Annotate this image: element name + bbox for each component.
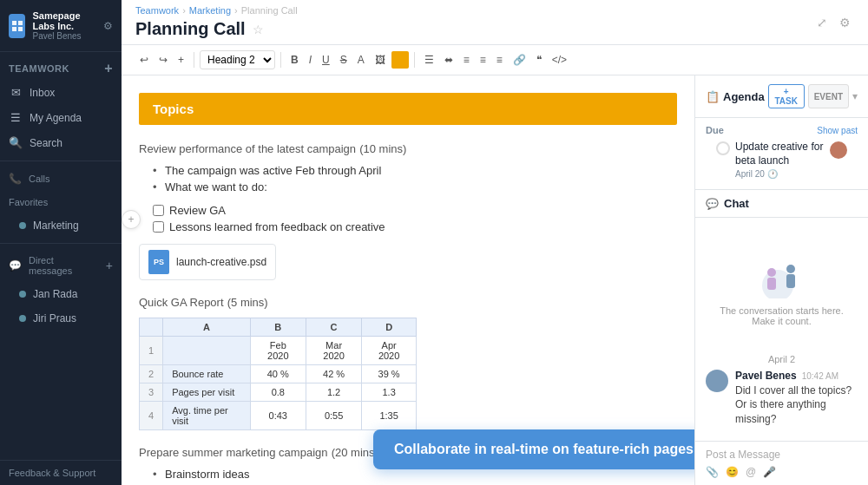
table-row-header-d: Apr 2020: [362, 337, 417, 365]
star-icon[interactable]: ☆: [253, 23, 264, 36]
bold-btn[interactable]: B: [286, 51, 303, 69]
inbox-label: Inbox: [30, 87, 55, 99]
inbox-icon: ✉: [9, 86, 23, 99]
calls-section[interactable]: 📞 Calls: [0, 167, 122, 191]
agenda-item-content: Update creative for beta launch April 20…: [735, 141, 825, 179]
direct-messages-section[interactable]: 💬 Direct messages +: [0, 249, 122, 282]
chat-date-sep: April 2: [706, 354, 858, 364]
section3-title-text: Prepare summer marketing campaign: [139, 446, 327, 459]
filter-icon[interactable]: ▾: [852, 90, 858, 102]
feedback-btn[interactable]: Feedback & Support: [0, 460, 122, 485]
chat-message-content: Pavel Benes 10:42 AM Did I cover all the…: [735, 370, 858, 427]
editor-toolbar: ↩ ↪ + Heading 2 Heading 1 Paragraph B I …: [122, 45, 868, 75]
table-row-header-num: 1: [140, 337, 163, 365]
attach-btn[interactable]: 📎: [706, 466, 719, 478]
add-block-btn[interactable]: +: [174, 51, 188, 69]
svg-rect-6: [767, 278, 776, 290]
heading-select[interactable]: Heading 2 Heading 1 Paragraph: [200, 50, 275, 69]
task-tab[interactable]: + TASK: [768, 84, 805, 108]
color-btn[interactable]: [391, 51, 409, 69]
list-btn[interactable]: ☰: [420, 51, 438, 69]
summer-bullet-1: Brainstorm ideas: [153, 468, 677, 481]
table-cell-row3-b: 0.8: [250, 383, 306, 402]
agenda-tabs: + TASK EVENT: [768, 84, 849, 108]
table-col-num: [140, 318, 163, 337]
mic-btn[interactable]: 🎤: [763, 466, 776, 478]
table-cell-row3-label: Pages per visit: [163, 383, 251, 402]
myagenda-label: My Agenda: [30, 112, 82, 124]
chat-input-placeholder[interactable]: Post a Message: [706, 449, 858, 461]
breadcrumb-row: Teamwork › Marketing › Planning Call: [135, 5, 813, 16]
quote-btn[interactable]: ❝: [532, 51, 546, 69]
agenda-icon: ☰: [9, 111, 23, 124]
table-row-header-b: Feb 2020: [250, 337, 306, 365]
gear-icon[interactable]: ⚙: [103, 20, 113, 32]
align-right-btn[interactable]: ≡: [492, 51, 507, 69]
sidebar-item-inbox[interactable]: ✉ Inbox: [0, 80, 122, 105]
section1-title-text: Review performance of the latest campaig…: [139, 142, 356, 155]
align-left-btn[interactable]: ≡: [459, 51, 474, 69]
indent-btn[interactable]: ⬌: [440, 51, 457, 69]
show-past-btn[interactable]: Show past: [817, 126, 858, 135]
add-section-btn[interactable]: +: [122, 210, 141, 229]
code-btn[interactable]: </>: [548, 51, 571, 69]
agenda-item-checkbox[interactable]: [716, 141, 730, 155]
svg-point-5: [767, 268, 776, 277]
divider1: [0, 161, 122, 161]
table-row: 3 Pages per visit 0.8 1.2 1.3: [140, 383, 417, 402]
strikethrough-btn[interactable]: S: [336, 51, 352, 69]
sidebar: Samepage Labs Inc. Pavel Benes ⚙ Teamwor…: [0, 0, 122, 485]
marketing-label: Marketing: [33, 220, 79, 232]
chat-header: 💬 Chat: [695, 189, 868, 218]
chat-empty-line1: The conversation starts here.: [720, 305, 843, 316]
sidebar-item-myagenda[interactable]: ☰ My Agenda: [0, 105, 122, 130]
sidebar-item-marketing[interactable]: Marketing: [0, 213, 122, 238]
chat-icon: 💬: [706, 198, 719, 210]
italic-btn[interactable]: I: [305, 51, 316, 69]
table-row-header-c: Mar 2020: [306, 337, 361, 365]
table-col-a: A: [163, 318, 251, 337]
dm-add-btn[interactable]: +: [106, 259, 113, 272]
emoji-btn[interactable]: 😊: [726, 466, 739, 478]
image-btn[interactable]: 🖼: [371, 51, 390, 69]
agenda-date-text: April 20: [735, 169, 765, 179]
table-cell-row2-b: 40 %: [250, 365, 306, 383]
expand-btn[interactable]: ⤢: [813, 12, 831, 33]
bullet-item2: What we want to do:: [153, 180, 677, 193]
teamwork-section: Teamwork +: [0, 52, 122, 80]
chat-input-area: Post a Message 📎 😊 @ 🎤: [695, 441, 868, 485]
checkbox2-input[interactable]: [153, 221, 164, 233]
bullet-list1: The campaign was active Feb through Apri…: [139, 164, 677, 193]
breadcrumb-teamwork[interactable]: Teamwork: [135, 5, 179, 16]
sidebar-item-search[interactable]: 🔍 Search: [0, 130, 122, 155]
redo-btn[interactable]: ↪: [155, 51, 172, 69]
table-col-d: D: [362, 318, 417, 337]
editor[interactable]: + Topics Review performance of the lates…: [122, 75, 694, 485]
add-teamwork-btn[interactable]: +: [104, 61, 113, 76]
breadcrumb-marketing[interactable]: Marketing: [189, 5, 231, 16]
align-center-btn[interactable]: ≡: [476, 51, 490, 69]
settings-btn[interactable]: ⚙: [836, 12, 854, 33]
chat-empty: The conversation starts here. Make it co…: [706, 225, 858, 348]
chat-time: 10:42 AM: [802, 371, 838, 381]
font-btn[interactable]: A: [353, 51, 369, 69]
sidebar-item-jiripraus[interactable]: Jiri Praus: [0, 306, 122, 331]
favorites-section[interactable]: Favorites: [0, 191, 122, 213]
file-attachment[interactable]: PS launch-creative.psd: [139, 244, 276, 280]
topics-banner: Topics: [139, 93, 677, 125]
dm-label: Direct messages: [29, 255, 99, 276]
event-tab[interactable]: EVENT: [808, 84, 849, 108]
section2-title-text: Quick GA Report: [139, 296, 224, 309]
janrada-label: Jan Rada: [33, 288, 77, 300]
svg-rect-2: [12, 27, 16, 31]
jiripraus-dot: [19, 315, 26, 322]
table-cell-row3-c: 1.2: [306, 383, 361, 402]
underline-btn[interactable]: U: [318, 51, 334, 69]
sidebar-item-janrada[interactable]: Jan Rada: [0, 282, 122, 306]
ga-table: A B C D 1 Feb 2020 Mar 2020 Apr 2020: [139, 318, 417, 430]
undo-btn[interactable]: ↩: [135, 51, 153, 69]
link-btn[interactable]: 🔗: [509, 51, 530, 69]
mention-btn[interactable]: @: [746, 466, 756, 478]
checkbox1-input[interactable]: [153, 205, 164, 216]
table-cell-row2-d: 39 %: [362, 365, 417, 383]
